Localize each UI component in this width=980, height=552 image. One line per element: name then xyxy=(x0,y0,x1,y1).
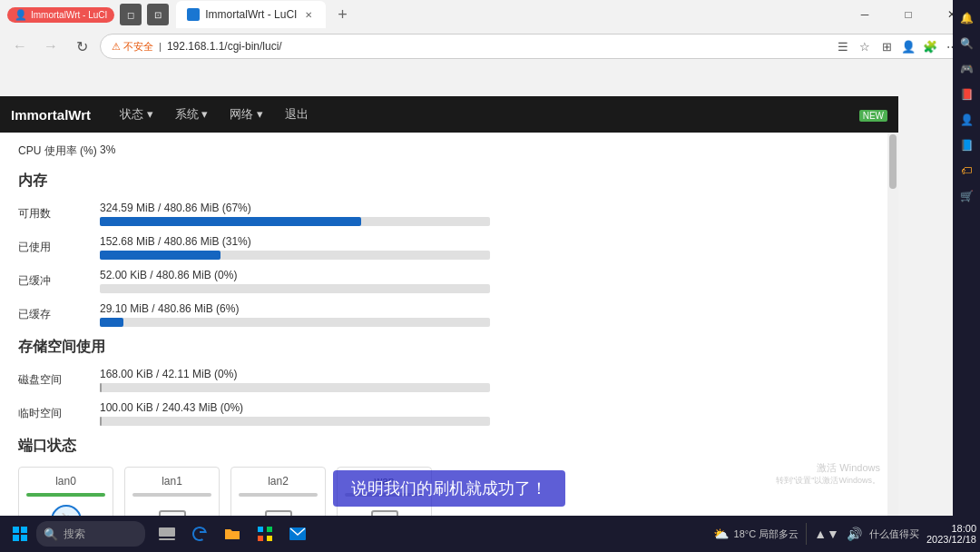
stat-value: 29.10 MiB / 480.86 MiB (6%) xyxy=(100,302,880,327)
address-actions: ☰ ☆ ⊞ 👤 🧩 ⋯ xyxy=(834,37,961,55)
svg-rect-20 xyxy=(258,527,263,532)
new-tab-button[interactable]: + xyxy=(329,2,355,27)
storage-rows: 磁盘空间 168.00 KiB / 42.11 MiB (0%) 临时空间 10… xyxy=(18,368,880,426)
router-brand: ImmortalWrt xyxy=(11,107,91,123)
forward-button[interactable]: → xyxy=(38,34,64,59)
stat-label: 临时空间 xyxy=(18,406,100,421)
progress-bg xyxy=(100,217,490,226)
back-button[interactable]: ← xyxy=(7,34,33,59)
memory-row: 已缓存 29.10 MiB / 480.86 MiB (6%) xyxy=(18,302,880,327)
taskbar-pinned-icons xyxy=(152,519,312,548)
right-panel: 🔔 🔍 🎮 📕 👤 📘 🏷 🛒 + xyxy=(953,0,980,552)
extension-icon2[interactable]: ⊡ xyxy=(147,4,169,25)
url-bar[interactable]: ⚠ 不安全 | 192.168.1.1/cgi-bin/luci/ ☰ ☆ ⊞ … xyxy=(100,34,973,59)
port-indicator xyxy=(239,493,318,497)
security-warning: ⚠ 不安全 xyxy=(112,40,153,54)
progress-fill xyxy=(100,318,123,327)
minimize-button[interactable]: ─ xyxy=(844,0,886,29)
panel-user-icon[interactable]: 👤 xyxy=(956,109,977,131)
svg-rect-23 xyxy=(267,536,272,541)
taskbar-edge[interactable] xyxy=(185,519,214,548)
progress-bg xyxy=(100,383,490,392)
watermark-line1: 激活 Windows xyxy=(776,461,880,475)
stat-value: 52.00 KiB / 480.86 MiB (0%) xyxy=(100,269,880,293)
sound-icon[interactable]: 🔊 xyxy=(847,527,862,541)
stat-value: 100.00 KiB / 240.43 MiB (0%) xyxy=(100,401,880,426)
svg-rect-19 xyxy=(159,538,175,540)
scrollbar[interactable] xyxy=(887,133,898,541)
subtitle-overlay: 说明我们的刷机就成功了！ xyxy=(333,470,565,507)
browser-tab[interactable]: ImmortalWrt - LuCI ✕ xyxy=(176,1,326,28)
panel-shop-icon[interactable]: 🛒 xyxy=(956,185,977,207)
progress-bg xyxy=(100,284,490,293)
network-icon[interactable]: ▲▼ xyxy=(814,527,839,541)
weather-text: 18°C 局部多云 xyxy=(734,527,799,541)
progress-fill xyxy=(100,417,102,426)
tab-title: ImmortalWrt - LuCI xyxy=(205,8,297,21)
taskbar-folder[interactable] xyxy=(218,519,247,548)
search-placeholder: 搜索 xyxy=(64,527,85,542)
start-button[interactable] xyxy=(4,518,36,550)
taskbar-time-text: 18:00 xyxy=(926,523,976,534)
svg-rect-14 xyxy=(13,527,19,533)
address-bar: ← → ↻ ⚠ 不安全 | 192.168.1.1/cgi-bin/luci/ … xyxy=(0,29,980,64)
panel-search-icon[interactable]: 🔍 xyxy=(956,33,977,54)
nav-status[interactable]: 状态 ▾ xyxy=(109,96,164,133)
taskbar-store[interactable] xyxy=(250,519,279,548)
read-icon[interactable]: ☰ xyxy=(834,37,852,55)
stat-label: 磁盘空间 xyxy=(18,372,100,388)
svg-rect-15 xyxy=(21,527,27,533)
svg-rect-16 xyxy=(13,535,19,541)
maximize-button[interactable]: □ xyxy=(887,0,929,29)
nav-system[interactable]: 系统 ▾ xyxy=(164,96,220,133)
bookmark-icon[interactable]: ☆ xyxy=(856,37,874,55)
refresh-button[interactable]: ↻ xyxy=(69,34,94,59)
stat-label: 已缓存 xyxy=(18,307,100,322)
storage-row: 临时空间 100.00 KiB / 240.43 MiB (0%) xyxy=(18,401,880,426)
taskbar-right: ⛅ 18°C 局部多云 ▲▼ 🔊 什么值得买 18:00 2023/12/18 xyxy=(713,523,976,545)
collection-icon[interactable]: ⊞ xyxy=(877,37,896,55)
nav-logout[interactable]: 退出 xyxy=(274,96,319,133)
stat-label: 可用数 xyxy=(18,206,100,222)
tab-favicon xyxy=(187,8,200,21)
panel-book-icon[interactable]: 📕 xyxy=(956,84,977,105)
progress-bg xyxy=(100,318,490,327)
watermark: 激活 Windows 转到"设置"以激活Windows。 xyxy=(776,461,880,487)
storage-row: 磁盘空间 168.00 KiB / 42.11 MiB (0%) xyxy=(18,368,880,392)
taskbar-search[interactable]: 🔍 搜索 xyxy=(36,521,145,547)
stat-label: 已使用 xyxy=(18,240,100,255)
progress-bg xyxy=(100,251,490,260)
port-name: lan1 xyxy=(132,475,211,488)
extension-btn[interactable]: 🧩 xyxy=(921,37,939,55)
tab-close-btn[interactable]: ✕ xyxy=(302,8,315,21)
port-name: lan0 xyxy=(26,475,105,488)
sys-brand: 什么值得买 xyxy=(869,527,919,541)
panel-notify-icon[interactable]: 🔔 xyxy=(956,7,977,29)
progress-fill xyxy=(100,383,102,392)
taskbar-mail[interactable] xyxy=(283,519,312,548)
svg-rect-18 xyxy=(159,527,175,537)
taskbar-multi-desktop[interactable] xyxy=(152,519,181,548)
router-nav: ImmortalWrt 状态 ▾ 系统 ▾ 网络 ▾ 退出 NEW xyxy=(0,96,898,133)
storage-section-title: 存储空间使用 xyxy=(18,338,880,357)
memory-row: 已使用 152.68 MiB / 480.86 MiB (31%) xyxy=(18,235,880,260)
port-indicator xyxy=(132,493,211,497)
taskbar-divider xyxy=(806,523,807,545)
stat-label: 已缓冲 xyxy=(18,273,100,289)
login-button[interactable]: 👤ImmortalWrt - LuCI xyxy=(7,7,114,23)
watermark-line2: 转到"设置"以激活Windows。 xyxy=(776,475,880,487)
taskbar: 🔍 搜索 ⛅ 18°C 局部多云 xyxy=(0,516,980,552)
title-bar: 👤ImmortalWrt - LuCI ◻ ⊡ ImmortalWrt - Lu… xyxy=(0,0,980,29)
extension-icon[interactable]: ◻ xyxy=(120,4,142,25)
panel-tag-icon[interactable]: 🏷 xyxy=(956,160,977,182)
progress-bg xyxy=(100,417,490,426)
scroll-thumb[interactable] xyxy=(889,134,897,189)
port-indicator xyxy=(26,493,105,497)
taskbar-date-text: 2023/12/18 xyxy=(926,534,976,545)
panel-game-icon[interactable]: 🎮 xyxy=(956,58,977,80)
profile-icon[interactable]: 👤 xyxy=(899,37,917,55)
panel-fb-icon[interactable]: 📘 xyxy=(956,134,977,156)
svg-rect-22 xyxy=(258,536,263,541)
svg-rect-17 xyxy=(21,535,27,541)
nav-network[interactable]: 网络 ▾ xyxy=(219,96,274,133)
